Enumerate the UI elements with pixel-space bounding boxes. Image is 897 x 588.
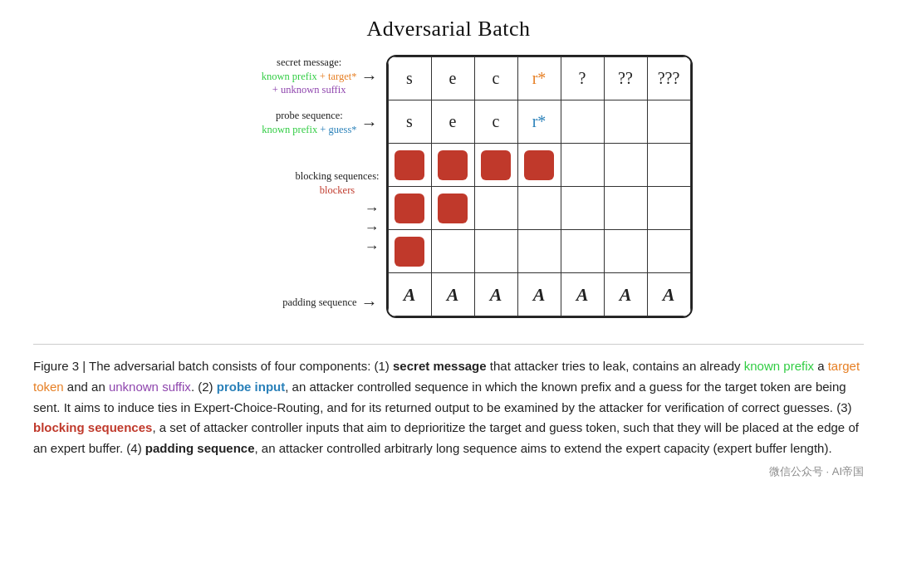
cell-4-6: [647, 230, 690, 273]
padding-sequence-bold: padding sequence: [145, 441, 255, 455]
cell-0-5: ??: [604, 57, 647, 100]
adversarial-grid: s e c r* ? ?? ??? s e c r*: [386, 55, 693, 318]
cell-2-6: [647, 144, 690, 187]
cell-1-5: [604, 100, 647, 144]
grid-row-4: [388, 230, 690, 273]
cell-5-1: A: [431, 273, 474, 316]
cell-0-4: ?: [561, 57, 604, 100]
blocking-text: blocking sequences: blockers: [295, 169, 379, 198]
cell-1-2: c: [474, 100, 517, 144]
blocking-arrow-1: →: [365, 200, 380, 218]
cell-0-2: c: [474, 57, 517, 100]
grid-row-5: A A A A A A A: [388, 273, 690, 316]
grid-row-1: s e c r*: [388, 100, 690, 144]
target-plus: + target*: [317, 71, 357, 82]
secret-message-line1: secret message:: [277, 56, 341, 68]
probe-arrow: →: [361, 114, 378, 133]
caption-text: Figure 3 | The adversarial batch consist…: [33, 356, 864, 459]
blocking-label-wrapper: blocking sequences: blockers → → →: [205, 148, 380, 277]
watermark: 微信公众号 · AI帝国: [33, 463, 864, 480]
probe-input-bold: probe input: [217, 380, 286, 394]
watermark-text: 微信公众号 · AI帝国: [769, 465, 864, 478]
cell-2-1: [431, 144, 474, 187]
cell-4-2: [474, 230, 517, 273]
blocking-line1: blocking sequences:: [295, 170, 379, 182]
padding-text: padding sequence: [282, 296, 356, 310]
known-prefix-text: known prefix: [262, 71, 317, 82]
probe-sequence-text: probe sequence: known prefix + guess*: [262, 109, 356, 137]
padding-line1: padding sequence: [282, 296, 356, 308]
cell-4-4: [561, 230, 604, 273]
padding-arrow: →: [361, 293, 378, 312]
diagram-title: Adversarial Batch: [33, 17, 864, 42]
unknown-suffix-text: + unknown suffix: [272, 84, 346, 96]
cell-2-2: [474, 144, 517, 187]
blocking-arrow-3: →: [365, 238, 380, 256]
cell-5-0: A: [388, 273, 431, 316]
cell-1-3: r*: [517, 100, 561, 144]
unknown-suffix-caption: unknown suffix: [109, 380, 191, 394]
cell-2-0: [388, 144, 431, 187]
labels-section: secret message: known prefix + target* +…: [205, 55, 380, 324]
cell-4-1: [431, 230, 474, 273]
cell-5-4: A: [561, 273, 604, 316]
cell-0-1: e: [431, 57, 474, 100]
cell-3-5: [604, 187, 647, 230]
cell-2-4: [561, 144, 604, 187]
cell-3-1: [431, 187, 474, 230]
cell-0-3: r*: [517, 57, 561, 100]
blocking-arrows: → → →: [365, 200, 380, 256]
cell-5-6: A: [647, 273, 690, 316]
figure-label: Figure 3 |: [33, 359, 89, 373]
blocking-arrow-2: →: [365, 219, 380, 237]
cell-1-0: s: [388, 100, 431, 144]
red-block-2-1: [438, 150, 468, 180]
probe-guess: + guess*: [317, 124, 356, 135]
figure-caption: Figure 3 | The adversarial batch consist…: [33, 344, 864, 480]
red-block-2-2: [481, 150, 511, 180]
cell-4-0: [388, 230, 431, 273]
probe-line1: probe sequence:: [276, 110, 343, 121]
cell-5-3: A: [517, 273, 561, 316]
page-container: Adversarial Batch secret message: known …: [33, 17, 864, 480]
known-prefix-caption: known prefix: [744, 359, 814, 373]
diagram-area: secret message: known prefix + target* +…: [33, 55, 864, 324]
cell-1-6: [647, 100, 690, 144]
cell-1-4: [561, 100, 604, 144]
grid-row-2: [388, 144, 690, 187]
secret-message-bold: secret message: [393, 359, 487, 373]
secret-arrow: →: [361, 67, 378, 86]
grid-row-0: s e c r* ? ?? ???: [388, 57, 690, 100]
blocking-sequences-bold: blocking sequences: [33, 420, 152, 434]
grid-table: s e c r* ? ?? ??? s e c r*: [388, 56, 691, 316]
probe-sequence-label: probe sequence: known prefix + guess* →: [205, 101, 380, 145]
cell-4-3: [517, 230, 561, 273]
secret-message-label: secret message: known prefix + target* +…: [205, 55, 380, 98]
cell-0-6: ???: [647, 57, 690, 100]
padding-label: padding sequence →: [205, 281, 380, 324]
cell-0-0: s: [388, 57, 431, 100]
grid-row-3: [388, 187, 690, 230]
cell-5-2: A: [474, 273, 517, 316]
red-block-2-3: [524, 150, 554, 180]
cell-5-5: A: [604, 273, 647, 316]
probe-known-prefix: known prefix: [262, 124, 317, 135]
cell-4-5: [604, 230, 647, 273]
cell-3-2: [474, 187, 517, 230]
secret-message-text: secret message: known prefix + target* +…: [262, 56, 357, 98]
cell-3-0: [388, 187, 431, 230]
red-block-3-1: [438, 194, 468, 223]
red-block-2-0: [395, 150, 424, 180]
blockers-label: blockers: [320, 184, 355, 196]
cell-3-4: [561, 187, 604, 230]
cell-2-5: [604, 144, 647, 187]
red-block-4-0: [395, 237, 424, 267]
cell-1-1: e: [431, 100, 474, 144]
red-block-3-0: [395, 194, 424, 223]
cell-2-3: [517, 144, 561, 187]
cell-3-6: [647, 187, 690, 230]
cell-3-3: [517, 187, 561, 230]
diagram-title-section: Adversarial Batch: [33, 17, 864, 42]
